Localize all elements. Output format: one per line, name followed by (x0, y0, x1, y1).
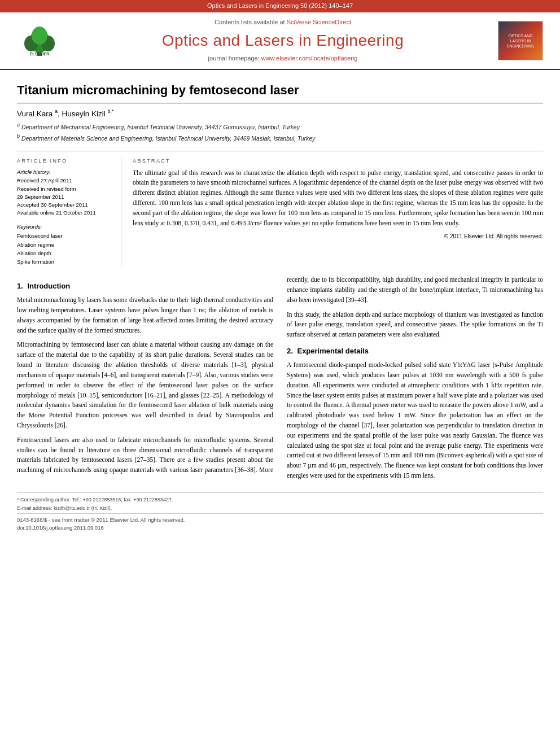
affiliation-a-text: Department of Mechanical Engineering, Is… (21, 124, 300, 130)
copyright-text: © 2011 Elsevier Ltd. All rights reserved… (133, 233, 543, 241)
keyword-4: Spike formation (17, 257, 114, 266)
journal-cover-image: OPTICS AND LASERS IN ENGINEERING (498, 21, 543, 60)
journal-header-center: Contents lists available at SciVerse Sci… (68, 18, 498, 63)
homepage-label: journal homepage: (208, 55, 260, 62)
sciverse-link[interactable]: SciVerse ScienceDirect (287, 19, 351, 25)
section-2-number: 2. (287, 347, 293, 355)
affiliation-b-text: Department of Materials Science and Engi… (21, 135, 315, 142)
cover-text: OPTICS AND LASERS IN ENGINEERING (501, 33, 540, 49)
article-content: Titanium micromachining by femtosecond l… (0, 70, 560, 543)
section-2-title: Experimental details (297, 347, 368, 355)
elsevier-logo-area: ELSEVIER (11, 25, 68, 56)
section-1-heading: 1. Introduction (17, 281, 273, 292)
intro-paragraph-1: Metal micromachining by lasers has some … (17, 295, 273, 335)
contents-available-text: Contents lists available at SciVerse Sci… (73, 18, 492, 27)
journal-homepage-line: journal homepage: www.elsevier.com/locat… (73, 54, 492, 63)
experimental-paragraph-1: A femtosecond diode-pumped mode-locked p… (287, 360, 543, 481)
affiliation-b: b Department of Materials Science and En… (17, 133, 543, 143)
article-history: Article history: Received 27 April 2011 … (17, 168, 114, 217)
section-2-heading: 2. Experimental details (287, 346, 543, 357)
article-info-label: ARTICLE INFO (17, 157, 114, 165)
body-content: 1. Introduction Metal micromachining by … (17, 275, 543, 481)
journal-citation-text: Optics and Lasers in Engineering 50 (201… (207, 2, 353, 9)
intro-paragraph-2: Micromachining by femtosecond laser can … (17, 340, 273, 430)
homepage-url: www.elsevier.com/locate/optlaseng (261, 55, 358, 62)
intro-paragraph-4: In this study, the ablation depth and su… (287, 310, 543, 340)
section-1-title: Introduction (27, 282, 70, 290)
abstract-text: The ultimate goal of this research was t… (133, 168, 543, 229)
keyword-2: Ablation regime (17, 241, 114, 249)
authors-line: Vural Kara a, Huseyin Kizil b,* (17, 108, 543, 119)
issn-text: 0143-8166/$ - see front matter © 2011 El… (17, 517, 185, 523)
keyword-1: Femtosecond laser (17, 231, 114, 240)
footnote-2: E-mail address: kizilh@itu.edu.tr (H. Ki… (17, 505, 543, 512)
keyword-3: Ablation depth (17, 249, 114, 257)
journal-header: ELSEVIER Contents lists available at Sci… (0, 12, 560, 70)
history-title: Article history: (17, 168, 114, 176)
affiliation-a: a Department of Mechanical Engineering, … (17, 121, 543, 132)
journal-citation-bar: Optics and Lasers in Engineering 50 (201… (0, 0, 560, 12)
history-revised-label: Received in revised form (17, 185, 114, 193)
keywords-section: Keywords: Femtosecond laser Ablation reg… (17, 223, 114, 267)
journal-title: Optics and Lasers in Engineering (73, 29, 492, 53)
article-meta-section: ARTICLE INFO Article history: Received 2… (17, 151, 543, 266)
doi-text: doi:10.1016/j.optlaseng.2011.09.016 (17, 525, 104, 531)
elsevier-logo-icon: ELSEVIER (17, 25, 62, 56)
svg-text:ELSEVIER: ELSEVIER (30, 52, 50, 56)
article-title: Titanium micromachining by femtosecond l… (17, 81, 543, 103)
sciverse-link-text: SciVerse ScienceDirect (287, 19, 351, 25)
svg-point-4 (32, 27, 47, 45)
abstract-column: ABSTRACT The ultimate goal of this resea… (133, 157, 543, 266)
article-info-column: ARTICLE INFO Article history: Received 2… (17, 157, 121, 266)
abstract-label: ABSTRACT (133, 157, 543, 165)
footnote-1: * Corresponding author. Tel.: +90 212285… (17, 496, 543, 504)
history-online: Available online 21 October 2011 (17, 209, 114, 217)
keywords-title: Keywords: (17, 223, 114, 231)
section-1-number: 1. (17, 282, 23, 290)
history-revised-date: 29 September 2011 (17, 193, 114, 201)
journal-cover: OPTICS AND LASERS IN ENGINEERING (498, 21, 549, 60)
history-received: Received 27 April 2011 (17, 177, 114, 185)
footnotes-area: * Corresponding author. Tel.: +90 212285… (17, 492, 543, 532)
issn-doi-line: 0143-8166/$ - see front matter © 2011 El… (17, 513, 543, 532)
history-accepted: Accepted 30 September 2011 (17, 201, 114, 209)
homepage-link[interactable]: www.elsevier.com/locate/optlaseng (261, 55, 358, 62)
contents-label: Contents lists available at (215, 19, 285, 25)
